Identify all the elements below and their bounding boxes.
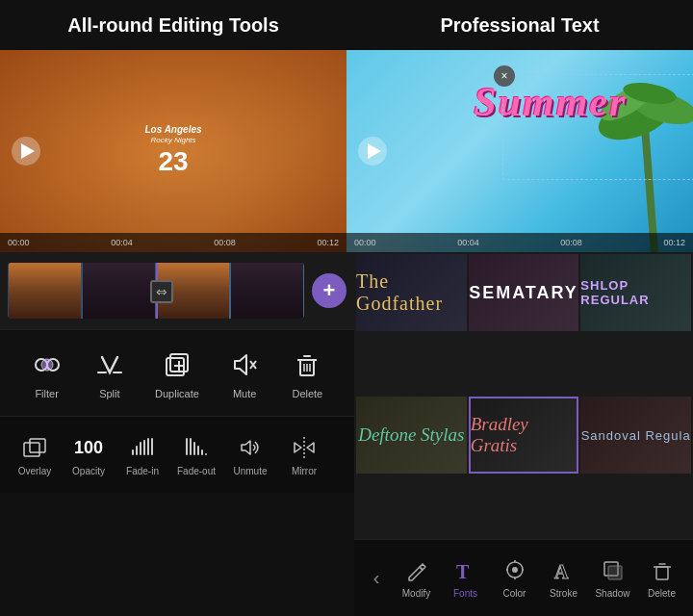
- right-play-button[interactable]: [358, 137, 387, 166]
- font-name-shlop: SHLOP REGULAR: [580, 278, 691, 307]
- opacity-tool[interactable]: 100 Opacity: [65, 433, 112, 476]
- filter-icon: [30, 347, 64, 382]
- split-label: Split: [99, 388, 119, 399]
- fonts-label: Fonts: [453, 588, 477, 599]
- shadow-icon: [600, 557, 627, 584]
- mirror-tool[interactable]: Mirror: [281, 433, 327, 476]
- play-icon: [21, 143, 35, 159]
- color-tool[interactable]: Color: [491, 553, 538, 603]
- fade-out-icon: [182, 433, 211, 462]
- mute-icon: [227, 347, 262, 382]
- filter-label: Filter: [35, 388, 58, 399]
- svg-text:A: A: [554, 561, 569, 582]
- mute-tool[interactable]: Mute: [227, 347, 262, 399]
- fade-out-tool[interactable]: Fade-out: [173, 433, 219, 476]
- right-timeline-ticks: 00:00 00:04 00:08 00:12: [354, 238, 685, 247]
- stroke-label: Stroke: [550, 588, 578, 599]
- left-editor: ⇔ + Filter: [0, 252, 354, 616]
- unmute-label: Unmute: [233, 466, 267, 476]
- clip-thumb-4: [231, 263, 303, 319]
- font-card-sandoval[interactable]: Sandoval Regula: [580, 397, 691, 474]
- modify-label: Modify: [402, 588, 430, 599]
- delete-right-icon: [649, 557, 676, 584]
- left-video-panel[interactable]: Los Angeles Rocky Nights 23 00:00 00:04 …: [0, 50, 346, 252]
- split-handle[interactable]: ⇔: [150, 280, 173, 303]
- header: All-round Editing Tools Professional Tex…: [0, 0, 693, 50]
- right-video-panel[interactable]: Summer × ↗ 00:00 00:04 00:08 00:12: [346, 50, 693, 252]
- mirror-icon: [290, 433, 319, 462]
- unmute-icon: [236, 433, 265, 462]
- modify-tool[interactable]: Modify: [393, 553, 440, 603]
- unmute-tool[interactable]: Unmute: [227, 433, 273, 476]
- delete-right-label: Delete: [648, 588, 676, 599]
- fonts-icon: T: [452, 557, 479, 584]
- clip-thumb-1: [9, 263, 81, 319]
- right-panel-title: Professional Text: [346, 14, 693, 37]
- font-card-sematary[interactable]: SEMATARY: [469, 254, 579, 331]
- mirror-label: Mirror: [292, 466, 317, 476]
- jersey-number: 23: [144, 145, 201, 178]
- fade-in-icon: [128, 433, 157, 462]
- clip-thumb-2: [83, 263, 155, 319]
- shadow-tool[interactable]: Shadow: [589, 553, 636, 603]
- editor-section: ⇔ + Filter: [0, 252, 693, 616]
- jersey-sub: Rocky Nights: [144, 136, 201, 145]
- font-card-deftone[interactable]: Deftone Stylas: [356, 397, 467, 474]
- left-timeline-bar: 00:00 00:04 00:08 00:12: [0, 233, 346, 252]
- opacity-value: 100: [74, 439, 103, 456]
- person-background: Los Angeles Rocky Nights 23: [0, 50, 346, 252]
- timeline-strip: ⇔ +: [0, 252, 354, 329]
- font-name-bradley: Bradley Gratis: [471, 414, 578, 456]
- fonts-tool[interactable]: T Fonts: [442, 553, 489, 603]
- font-name-sandoval: Sandoval Regula: [581, 428, 691, 443]
- mute-label: Mute: [233, 388, 256, 399]
- fade-in-tool[interactable]: Fade-in: [119, 433, 166, 476]
- delete-label: Delete: [292, 388, 322, 399]
- svg-rect-51: [656, 567, 668, 579]
- text-selection-box[interactable]: × ↗: [502, 74, 693, 180]
- split-handle-icon: ⇔: [156, 284, 167, 299]
- svg-rect-23: [24, 443, 39, 456]
- clip-strip[interactable]: ⇔: [8, 263, 304, 319]
- fade-in-label: Fade-in: [126, 466, 159, 476]
- font-name-deftone: Deftone Stylas: [358, 424, 464, 446]
- bottom-bar-left: Overlay 100 Opacity: [0, 416, 354, 493]
- duplicate-tool[interactable]: Duplicate: [155, 347, 199, 399]
- bottom-bar-right: ‹ Modify T Fonts: [354, 539, 693, 616]
- svg-marker-14: [235, 355, 246, 374]
- delete-icon: [290, 347, 324, 382]
- font-name-godfather: The Godfather: [356, 270, 467, 315]
- svg-marker-40: [307, 443, 314, 452]
- play-icon-right: [368, 143, 381, 159]
- close-selection-button[interactable]: ×: [494, 65, 515, 87]
- svg-rect-50: [608, 566, 622, 579]
- toolbar: Filter Split: [0, 329, 354, 416]
- delete-right-tool[interactable]: Delete: [638, 553, 685, 603]
- back-button[interactable]: ‹: [362, 559, 391, 598]
- opacity-icon: 100: [74, 433, 103, 462]
- font-grid: The Godfather SEMATARY SHLOP REGULAR Def…: [354, 252, 693, 539]
- duplicate-icon: [160, 347, 194, 382]
- stroke-tool[interactable]: A Stroke: [540, 553, 587, 603]
- add-clip-button[interactable]: +: [312, 273, 346, 308]
- color-icon: [501, 557, 528, 584]
- jersey-overlay: Los Angeles Rocky Nights 23: [144, 124, 201, 177]
- right-timeline-bar: 00:00 00:04 00:08 00:12: [346, 233, 693, 252]
- stroke-icon: A: [551, 557, 578, 584]
- font-card-godfather[interactable]: The Godfather: [356, 254, 467, 331]
- overlay-tool[interactable]: Overlay: [12, 433, 58, 476]
- font-card-shlop[interactable]: SHLOP REGULAR: [580, 254, 691, 331]
- delete-tool[interactable]: Delete: [290, 347, 324, 399]
- opacity-label: Opacity: [72, 466, 105, 476]
- video-panels: Los Angeles Rocky Nights 23 00:00 00:04 …: [0, 50, 693, 252]
- filter-tool[interactable]: Filter: [30, 347, 64, 399]
- left-play-button[interactable]: [12, 137, 40, 166]
- jersey-city: Los Angeles: [144, 124, 201, 136]
- fade-out-label: Fade-out: [177, 466, 216, 476]
- split-tool[interactable]: Split: [92, 347, 127, 399]
- font-card-bradley[interactable]: Bradley Gratis: [469, 397, 579, 474]
- svg-marker-37: [242, 441, 250, 454]
- svg-marker-39: [295, 443, 301, 452]
- right-editor: The Godfather SEMATARY SHLOP REGULAR Def…: [354, 252, 693, 616]
- left-timeline-ticks: 00:00 00:04 00:08 00:12: [8, 238, 339, 247]
